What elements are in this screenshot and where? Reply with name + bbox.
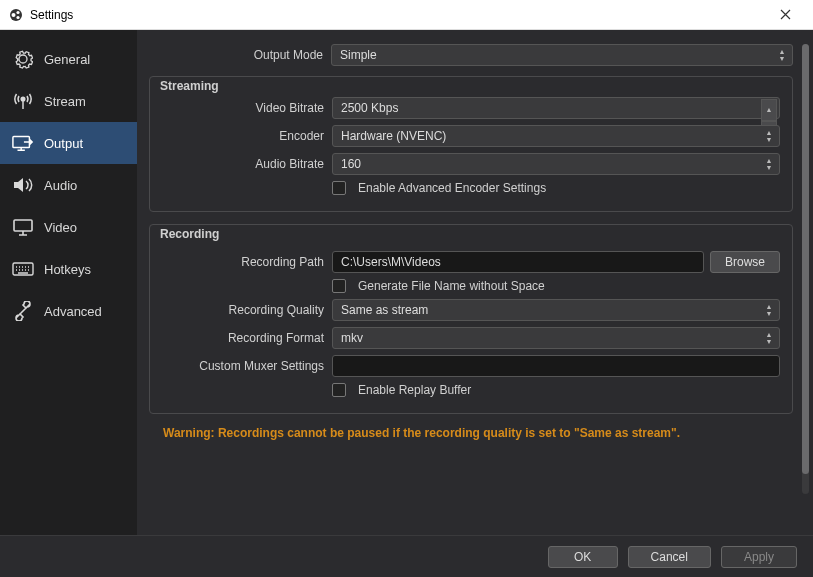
recording-path-value: C:\Users\M\Videos	[341, 255, 441, 269]
encoder-label: Encoder	[162, 129, 332, 143]
streaming-group: Streaming Video Bitrate 2500 Kbps ▲▼ Enc…	[149, 76, 793, 212]
output-mode-label: Output Mode	[149, 48, 331, 62]
apply-button[interactable]: Apply	[721, 546, 797, 568]
sidebar-item-general[interactable]: General	[0, 38, 137, 80]
enable-advanced-checkbox[interactable]	[332, 181, 346, 195]
streaming-title: Streaming	[158, 79, 221, 93]
recording-path-label: Recording Path	[162, 255, 332, 269]
chevron-updown-icon: ▲▼	[774, 47, 790, 63]
video-bitrate-input[interactable]: 2500 Kbps ▲▼	[332, 97, 780, 119]
gear-icon	[12, 50, 34, 68]
no-space-label: Generate File Name without Space	[358, 279, 545, 293]
svg-rect-6	[14, 220, 32, 231]
antenna-icon	[12, 92, 34, 110]
sidebar-item-label: Hotkeys	[44, 262, 91, 277]
sidebar-item-label: Audio	[44, 178, 77, 193]
footer: OK Cancel Apply	[0, 535, 813, 577]
svg-point-2	[16, 10, 19, 13]
sidebar-item-output[interactable]: Output	[0, 122, 137, 164]
chevron-updown-icon: ▲▼	[761, 330, 777, 346]
cancel-button[interactable]: Cancel	[628, 546, 711, 568]
svg-point-3	[16, 15, 19, 18]
recording-group: Recording Recording Path C:\Users\M\Vide…	[149, 224, 793, 414]
sidebar-item-label: Video	[44, 220, 77, 235]
scrollbar-thumb[interactable]	[802, 44, 809, 474]
sidebar-item-stream[interactable]: Stream	[0, 80, 137, 122]
sidebar: General Stream Output Audio	[0, 30, 137, 535]
window-title: Settings	[30, 8, 765, 22]
sidebar-item-audio[interactable]: Audio	[0, 164, 137, 206]
sidebar-item-hotkeys[interactable]: Hotkeys	[0, 248, 137, 290]
tools-icon	[12, 302, 34, 320]
settings-window: Settings General Stream	[0, 0, 813, 577]
output-mode-select[interactable]: Simple ▲▼	[331, 44, 793, 66]
recording-format-select[interactable]: mkv ▲▼	[332, 327, 780, 349]
sidebar-item-label: Advanced	[44, 304, 102, 319]
sidebar-item-label: General	[44, 52, 90, 67]
audio-bitrate-label: Audio Bitrate	[162, 157, 332, 171]
replay-buffer-label: Enable Replay Buffer	[358, 383, 471, 397]
sidebar-item-label: Stream	[44, 94, 86, 109]
output-icon	[12, 134, 34, 152]
recording-path-input[interactable]: C:\Users\M\Videos	[332, 251, 704, 273]
scrollbar[interactable]	[802, 44, 809, 494]
output-mode-value: Simple	[340, 48, 377, 62]
keyboard-icon	[12, 260, 34, 278]
chevron-updown-icon: ▲▼	[761, 156, 777, 172]
warning-text: Warning: Recordings cannot be paused if …	[163, 426, 793, 440]
sidebar-item-video[interactable]: Video	[0, 206, 137, 248]
svg-point-4	[21, 97, 25, 101]
recording-quality-value: Same as stream	[341, 303, 428, 317]
encoder-select[interactable]: Hardware (NVENC) ▲▼	[332, 125, 780, 147]
sidebar-item-advanced[interactable]: Advanced	[0, 290, 137, 332]
recording-format-value: mkv	[341, 331, 363, 345]
chevron-updown-icon: ▲▼	[761, 302, 777, 318]
close-button[interactable]	[765, 7, 805, 23]
svg-point-1	[12, 13, 16, 17]
no-space-checkbox[interactable]	[332, 279, 346, 293]
recording-quality-label: Recording Quality	[162, 303, 332, 317]
recording-format-label: Recording Format	[162, 331, 332, 345]
browse-button[interactable]: Browse	[710, 251, 780, 273]
audio-bitrate-select[interactable]: 160 ▲▼	[332, 153, 780, 175]
recording-title: Recording	[158, 227, 221, 241]
titlebar: Settings	[0, 0, 813, 30]
speaker-icon	[12, 176, 34, 194]
sidebar-item-label: Output	[44, 136, 83, 151]
encoder-value: Hardware (NVENC)	[341, 129, 446, 143]
muxer-label: Custom Muxer Settings	[162, 359, 332, 373]
audio-bitrate-value: 160	[341, 157, 361, 171]
content-pane: Output Mode Simple ▲▼ Streaming Video Bi…	[137, 30, 813, 535]
chevron-updown-icon: ▲▼	[761, 128, 777, 144]
enable-advanced-label: Enable Advanced Encoder Settings	[358, 181, 546, 195]
muxer-input[interactable]	[332, 355, 780, 377]
monitor-icon	[12, 218, 34, 236]
app-icon	[8, 7, 24, 23]
video-bitrate-value: 2500 Kbps	[341, 101, 398, 115]
replay-buffer-checkbox[interactable]	[332, 383, 346, 397]
ok-button[interactable]: OK	[548, 546, 618, 568]
video-bitrate-label: Video Bitrate	[162, 101, 332, 115]
spinner-icon[interactable]: ▲▼	[761, 99, 777, 117]
recording-quality-select[interactable]: Same as stream ▲▼	[332, 299, 780, 321]
